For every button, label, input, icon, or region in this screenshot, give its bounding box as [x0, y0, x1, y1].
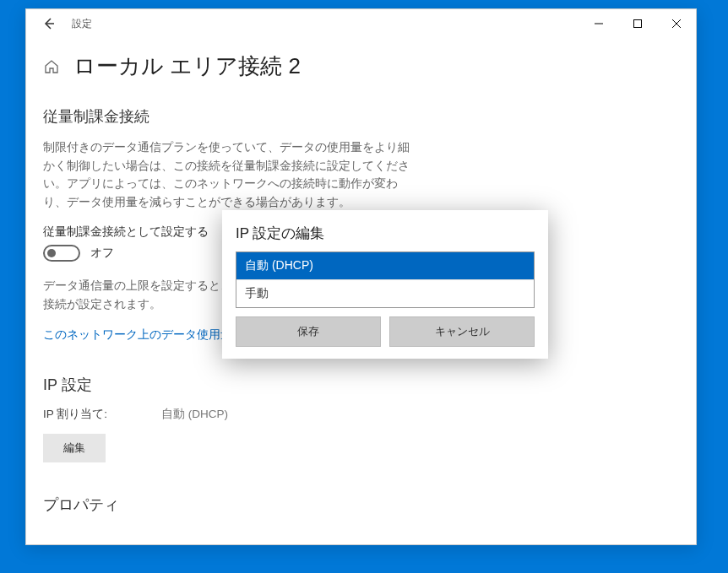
close-button[interactable]: [657, 11, 696, 36]
ip-assign-value: 自動 (DHCP): [161, 407, 228, 422]
back-button[interactable]: [36, 11, 62, 36]
dropdown-option-manual[interactable]: 手動: [236, 280, 534, 307]
minimize-button[interactable]: [579, 11, 618, 36]
titlebar: 設定: [26, 9, 696, 38]
page-title: ローカル エリア接続 2: [73, 51, 301, 81]
dropdown-option-auto[interactable]: 自動 (DHCP): [236, 252, 534, 280]
window-title: 設定: [72, 17, 92, 31]
svg-rect-1: [634, 20, 642, 28]
dialog-buttons: 保存 キャンセル: [236, 316, 535, 347]
ip-mode-dropdown[interactable]: 自動 (DHCP) 手動: [236, 251, 535, 308]
ip-edit-button[interactable]: 編集: [43, 434, 106, 462]
cancel-button[interactable]: キャンセル: [389, 316, 535, 347]
back-arrow-icon: [42, 17, 56, 30]
toggle-knob: [47, 249, 56, 257]
metered-toggle[interactable]: [43, 245, 80, 262]
dialog-title: IP 設定の編集: [231, 224, 540, 243]
metered-toggle-state: オフ: [90, 246, 114, 261]
minimize-icon: [595, 19, 603, 28]
metered-section-title: 従量制課金接続: [43, 106, 679, 127]
ip-section-title: IP 設定: [43, 375, 679, 395]
settings-window: 設定 ローカル エリア接続 2 従量制課金接続 制限付きのデータ通信プランを使っ…: [25, 8, 697, 545]
page-header: ローカル エリア接続 2: [43, 51, 679, 81]
maximize-button[interactable]: [618, 11, 657, 36]
ip-assign-row: IP 割り当て: 自動 (DHCP): [43, 407, 679, 422]
close-icon: [672, 19, 681, 28]
metered-description: 制限付きのデータ通信プランを使っていて、データの使用量をより細かく制御したい場合…: [43, 138, 415, 211]
home-icon[interactable]: [43, 58, 60, 75]
save-button[interactable]: 保存: [236, 316, 381, 347]
ip-edit-dialog: IP 設定の編集 自動 (DHCP) 手動 保存 キャンセル: [222, 210, 548, 359]
maximize-icon: [633, 19, 642, 28]
properties-section-title: プロパティ: [43, 495, 679, 515]
ip-assign-label: IP 割り当て:: [43, 407, 161, 422]
window-controls: [579, 11, 696, 36]
